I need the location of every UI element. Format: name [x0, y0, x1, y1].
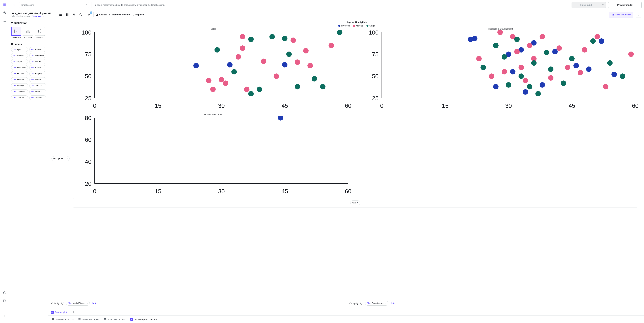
svg-point-77 — [295, 59, 300, 65]
svg-point-135 — [603, 84, 608, 89]
svg-point-67 — [210, 87, 216, 92]
svg-rect-168 — [52, 318, 53, 320]
preview-model-button[interactable]: Preview model — [608, 2, 642, 8]
svg-text:?: ? — [4, 292, 5, 294]
svg-point-76 — [290, 37, 296, 43]
expand-button[interactable] — [636, 12, 641, 17]
svg-text:45: 45 — [282, 188, 288, 194]
rail-target-icon[interactable] — [2, 10, 7, 15]
svg-rect-14 — [59, 14, 60, 14]
top-bar: Target column To see a recommended model… — [10, 0, 644, 10]
exit-icon[interactable] — [2, 299, 7, 303]
extract-button[interactable]: Extract — [95, 13, 107, 16]
svg-point-88 — [286, 52, 292, 57]
svg-text:60: 60 — [345, 188, 351, 194]
quick-build-button: Quick build — [572, 2, 600, 8]
cells-icon — [104, 318, 106, 321]
svg-text:0: 0 — [93, 188, 96, 194]
tab-scatter[interactable]: Scatter plot — [48, 309, 70, 316]
list-view-icon[interactable] — [58, 12, 63, 17]
tile-scatter[interactable]: Scatter plot — [11, 27, 22, 39]
color-by-label: Color by — [51, 302, 59, 305]
column-chip[interactable]: 1 2 3Distanc... — [29, 59, 46, 64]
svg-rect-19 — [60, 15, 62, 15]
svg-point-90 — [312, 76, 317, 81]
color-by-edit[interactable]: Edit — [92, 302, 96, 305]
x-axis-pill[interactable]: Age — [350, 201, 360, 205]
svg-rect-45 — [29, 32, 30, 33]
column-chip[interactable]: 1 2 3Employ... — [29, 71, 46, 76]
column-chip[interactable]: 1 2 3JobSati... — [11, 95, 28, 100]
scatter-icon — [51, 311, 54, 314]
grid-view-icon[interactable] — [65, 12, 70, 17]
svg-point-126 — [527, 43, 532, 48]
color-by-pill[interactable]: Abc MaritalStatu... — [66, 301, 90, 306]
svg-text:30: 30 — [505, 102, 512, 109]
chevron-right-icon[interactable] — [2, 313, 7, 318]
add-tab-button[interactable]: + — [70, 310, 77, 314]
svg-text:80: 80 — [85, 116, 92, 121]
chevron-down-icon[interactable] — [44, 22, 46, 24]
target-column-select[interactable]: Target column — [19, 2, 89, 8]
divider — [85, 12, 85, 17]
column-chip[interactable]: 1 2 3Environ... — [11, 77, 28, 82]
help-icon[interactable]: ? — [2, 291, 7, 295]
y-axis-pill[interactable]: HourlyRate... — [52, 156, 70, 161]
column-chip[interactable]: AbcEducati... — [29, 65, 46, 70]
sort-icon[interactable]: 3 — [87, 12, 92, 17]
remove-rows-button[interactable]: Remove rows by — [108, 13, 130, 16]
chart-legend: DivorcedMarriedSingle — [73, 24, 641, 27]
svg-point-87 — [282, 36, 288, 41]
svg-point-64 — [227, 62, 232, 67]
columns-icon — [52, 318, 55, 321]
column-chip[interactable]: AbcAttrition — [29, 47, 46, 52]
column-chip[interactable]: 1 2 3Age — [11, 47, 28, 52]
sample-value[interactable]: 100 rows — [32, 15, 41, 17]
tile-bar[interactable]: Bar chart — [23, 27, 33, 39]
edit-icon[interactable] — [42, 15, 44, 17]
svg-point-138 — [493, 43, 498, 48]
tile-box[interactable]: Box plot — [34, 27, 45, 39]
search-icon[interactable] — [78, 12, 83, 17]
column-chip[interactable]: AbcDepart... — [11, 59, 28, 64]
group-by-edit[interactable]: Edit — [390, 302, 394, 305]
group-by-pill[interactable]: Abc Department... — [365, 301, 388, 306]
info-icon[interactable]: i — [360, 302, 363, 305]
column-chip[interactable]: 1 2 3DailyRate — [29, 53, 46, 58]
show-dropped-checkbox[interactable]: Show dropped columns — [130, 318, 157, 321]
svg-point-118 — [476, 56, 482, 61]
svg-rect-29 — [96, 14, 98, 15]
replace-button[interactable]: Replace — [131, 13, 144, 16]
column-chip[interactable]: AbcMaritalS... — [29, 95, 46, 100]
column-chip[interactable]: 1 2 3JobInvo... — [29, 83, 46, 88]
column-chip[interactable]: AbcBusines... — [11, 53, 28, 58]
target-icon — [12, 3, 16, 7]
svg-point-42 — [17, 30, 18, 30]
svg-point-65 — [282, 62, 288, 67]
svg-rect-46 — [38, 30, 40, 32]
filter-icon[interactable] — [72, 12, 76, 17]
svg-rect-173 — [78, 320, 80, 320]
visualization-panel: Visualization Scatter plotBar chartBox p… — [10, 19, 48, 323]
divider — [569, 2, 569, 8]
svg-point-117 — [612, 72, 617, 77]
column-chip[interactable]: 1 2 3JobLevel — [11, 89, 28, 94]
column-chip[interactable]: AbcGender — [29, 77, 46, 82]
svg-point-130 — [556, 45, 562, 51]
svg-point-71 — [240, 34, 245, 39]
svg-point-149 — [569, 56, 574, 61]
column-chip[interactable]: 1 2 3HourlyR... — [11, 83, 28, 88]
svg-point-85 — [257, 87, 262, 92]
svg-text:0: 0 — [380, 102, 384, 109]
divider — [92, 2, 92, 8]
column-chip[interactable]: 1 2 3Employ... — [11, 71, 28, 76]
svg-point-167 — [52, 312, 53, 313]
info-icon[interactable]: i — [62, 302, 64, 305]
rail-list-icon[interactable] — [2, 18, 7, 23]
column-chip[interactable]: AbcJobRole — [29, 89, 46, 94]
data-visualizer-button[interactable]: Data visualizer — [609, 12, 633, 17]
app-logo-icon[interactable] — [2, 2, 7, 7]
column-chip[interactable]: 1 2 3Education — [11, 65, 28, 70]
svg-point-121 — [502, 69, 507, 74]
rows-icon — [78, 318, 81, 321]
